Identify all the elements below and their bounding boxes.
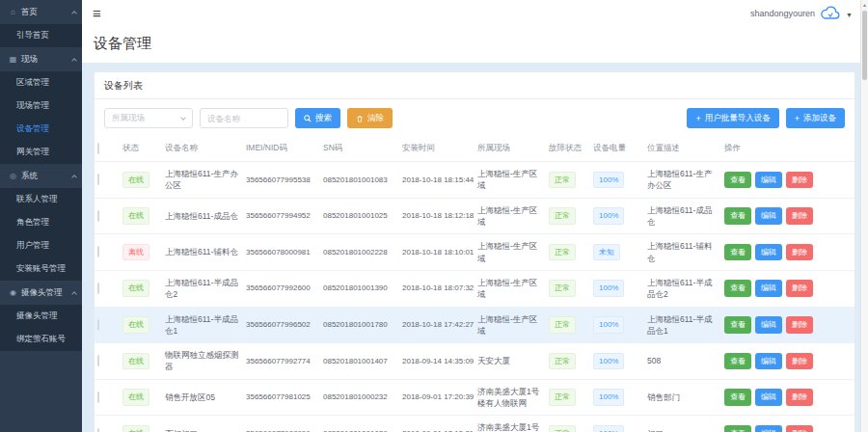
topbar: ≡ shandongyouren ▼	[82, 0, 868, 26]
sidebar-group-camera[interactable]: ◉摄像头管理	[0, 281, 82, 305]
plus-icon: +	[695, 114, 700, 123]
delete-button[interactable]: 删除	[786, 207, 813, 225]
sidebar-item-bind-ys-account[interactable]: 绑定萤石账号	[0, 328, 82, 351]
col-sn: SN码	[320, 136, 399, 162]
imei-cell: 356566078000981	[243, 234, 320, 271]
status-badge: 在线	[122, 389, 149, 406]
row-checkbox[interactable]	[97, 392, 99, 403]
status-badge: 在线	[122, 353, 149, 370]
status-badge: 在线	[122, 316, 149, 334]
row-checkbox[interactable]	[97, 283, 99, 294]
fault-status-badge: 正常	[549, 244, 576, 261]
edit-button[interactable]: 编辑	[755, 207, 782, 225]
install-time-cell: 2018-10-18 18:10:01	[399, 234, 475, 271]
scrollbar[interactable]: ▲	[860, 0, 868, 432]
imei-cell: 356566077995538	[243, 162, 320, 199]
fault-status-badge: 正常	[549, 425, 576, 432]
sidebar-group-site[interactable]: ▦现场	[0, 47, 82, 71]
sidebar-item-role-mgmt[interactable]: 角色管理	[0, 211, 82, 234]
sidebar-item-device-mgmt[interactable]: 设备管理	[0, 118, 82, 141]
col-actions: 操作	[721, 136, 854, 162]
col-install-time: 安装时间	[399, 136, 475, 162]
sidebar-item-site-mgmt[interactable]: 现场管理	[0, 94, 82, 118]
table-row: 离线上海稳恒611-辅料仓356566078000981085201801002…	[95, 234, 854, 271]
edit-button[interactable]: 编辑	[755, 244, 782, 261]
view-button[interactable]: 查看	[724, 280, 751, 297]
edit-button[interactable]: 编辑	[755, 425, 782, 432]
view-button[interactable]: 查看	[724, 316, 751, 334]
scroll-up-arrow-icon[interactable]: ▲	[862, 2, 867, 8]
table-row: 在线上海稳恒611-生产办公区3565660779955380852018010…	[95, 162, 854, 199]
row-checkbox[interactable]	[97, 246, 99, 257]
install-time-cell: 2018-09-01 17:15:21	[399, 416, 475, 432]
search-icon	[304, 115, 312, 122]
gear-icon: ◎	[9, 172, 17, 180]
battery-badge: 100%	[593, 172, 624, 189]
view-button[interactable]: 查看	[724, 425, 751, 432]
battery-badge: 100%	[593, 425, 624, 432]
sidebar-item-region-mgmt[interactable]: 区域管理	[0, 71, 82, 94]
row-checkbox[interactable]	[97, 355, 99, 366]
view-button[interactable]: 查看	[724, 389, 751, 406]
site-select[interactable]: 所属现场	[104, 108, 193, 128]
imei-cell: 356566077988996	[243, 416, 320, 432]
chevron-up-icon	[71, 291, 77, 297]
toolbar-right: + 用户批量导入设备 + 添加设备	[687, 108, 845, 128]
sn-cell: 085201801001407	[320, 343, 399, 380]
status-badge: 离线	[122, 244, 149, 261]
plus-icon: +	[795, 114, 800, 123]
sidebar-group-home[interactable]: ⌂首页	[0, 0, 82, 24]
site-icon: ▦	[9, 55, 17, 64]
delete-button[interactable]: 删除	[786, 244, 813, 261]
scrollbar-thumb[interactable]	[862, 11, 867, 80]
sidebar-group-system[interactable]: ◎系统	[0, 164, 82, 188]
col-site: 所属现场	[475, 136, 546, 162]
view-button[interactable]: 查看	[724, 353, 751, 370]
edit-button[interactable]: 编辑	[755, 389, 782, 406]
row-checkbox[interactable]	[97, 210, 99, 222]
row-checkbox[interactable]	[97, 174, 99, 185]
battery-badge: 100%	[593, 280, 624, 297]
location-cell: 门口	[644, 416, 721, 432]
delete-button[interactable]: 删除	[786, 172, 813, 189]
edit-button[interactable]: 编辑	[755, 353, 782, 370]
delete-button[interactable]: 删除	[786, 280, 813, 297]
view-button[interactable]: 查看	[724, 244, 751, 261]
sidebar-item-install-account-mgmt[interactable]: 安装账号管理	[0, 257, 82, 281]
view-button[interactable]: 查看	[724, 207, 751, 225]
edit-button[interactable]: 编辑	[755, 172, 782, 189]
clear-button[interactable]: 清除	[347, 108, 393, 128]
edit-button[interactable]: 编辑	[755, 280, 782, 297]
sidebar-item-guide-home[interactable]: 引导首页	[0, 24, 82, 47]
view-button[interactable]: 查看	[724, 172, 751, 189]
search-button[interactable]: 搜索	[295, 108, 340, 128]
row-checkbox[interactable]	[97, 319, 99, 331]
delete-button[interactable]: 删除	[786, 316, 813, 334]
batch-import-button[interactable]: + 用户批量导入设备	[687, 108, 778, 128]
site-cell: 上海稳恒-生产区域	[475, 198, 546, 234]
sidebar-item-gateway-mgmt[interactable]: 网关管理	[0, 141, 82, 164]
sidebar-item-camera-mgmt[interactable]: 摄像头管理	[0, 305, 82, 328]
camera-icon: ◉	[9, 288, 17, 297]
battery-badge: 100%	[593, 316, 624, 334]
delete-button[interactable]: 删除	[786, 425, 813, 432]
sidebar-item-contact-mgmt[interactable]: 联系人管理	[0, 188, 82, 211]
col-status: 状态	[120, 136, 162, 162]
sidebar-item-user-mgmt[interactable]: 用户管理	[0, 234, 82, 257]
sidebar-menu: ⌂首页引导首页▦现场区域管理现场管理设备管理网关管理◎系统联系人管理角色管理用户…	[0, 0, 82, 351]
location-cell: 上海稳恒611-半成品仓1	[644, 307, 721, 343]
edit-button[interactable]: 编辑	[755, 316, 782, 334]
add-device-button[interactable]: + 添加设备	[786, 108, 845, 128]
delete-button[interactable]: 删除	[786, 353, 813, 370]
site-cell: 上海稳恒-生产区域	[475, 307, 546, 343]
select-all-checkbox[interactable]	[97, 143, 99, 154]
delete-button[interactable]: 删除	[786, 389, 813, 406]
row-checkbox[interactable]	[97, 428, 99, 432]
imei-cell: 356566077996502	[243, 307, 320, 343]
user-menu[interactable]: shandongyouren ▼	[750, 6, 853, 20]
hamburger-menu-icon[interactable]: ≡	[93, 6, 101, 20]
location-cell: 销售部门	[644, 379, 721, 416]
device-name-input[interactable]	[200, 108, 288, 128]
install-time-cell: 2018-09-14 14:35:09	[399, 343, 475, 380]
device-name-cell: 上海稳恒611-生产办公区	[162, 162, 243, 199]
